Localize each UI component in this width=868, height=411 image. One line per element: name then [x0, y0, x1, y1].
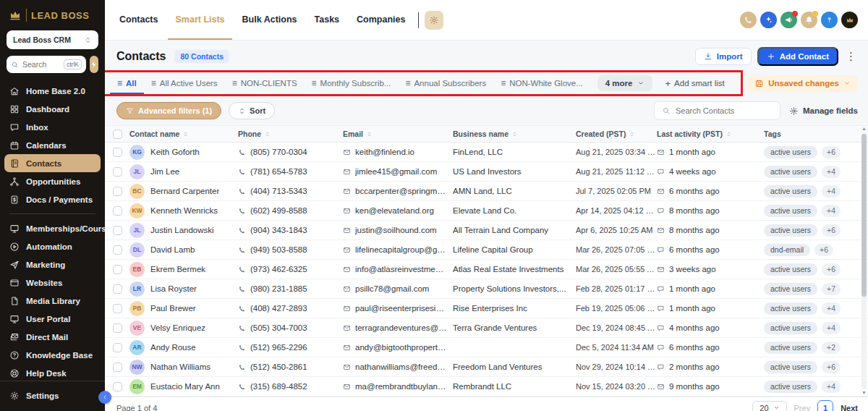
tag-more-badge[interactable]: +7	[822, 283, 841, 295]
current-page-button[interactable]: 1	[817, 400, 833, 411]
page-size-select[interactable]: 20	[752, 401, 786, 411]
table-row[interactable]: PBPaul Brewer(408) 427-2893paul@riseente…	[105, 299, 868, 318]
tag-more-badge[interactable]: +6	[822, 146, 841, 158]
sidebar-item-dashboard[interactable]: Dashboard	[0, 100, 105, 118]
more-smart-lists-button[interactable]: 4 more	[597, 75, 652, 91]
sidebar-item-home-base-2-0[interactable]: Home Base 2.0	[0, 82, 105, 100]
smart-list-tab-monthly-subscrib-[interactable]: ≡Monthly Subscrib...	[305, 72, 399, 94]
workspace-selector[interactable]: Lead Boss CRM	[7, 30, 98, 49]
table-row[interactable]: JLJustin Landowski(904) 343-1843justin@s…	[105, 221, 868, 240]
help-button[interactable]	[821, 12, 838, 28]
sidebar-item-memberships-courses[interactable]: Memberships/Courses	[0, 219, 105, 237]
scrollbar-thumb[interactable]	[861, 134, 867, 297]
contact-name[interactable]: Ekrem Bermek	[150, 265, 205, 274]
contact-name[interactable]: David Lamb	[150, 245, 195, 254]
sidebar-item-calendars[interactable]: Calendars	[0, 136, 105, 154]
search-contacts-input[interactable]	[676, 106, 773, 115]
tag-badge[interactable]: active users	[764, 146, 817, 158]
tab-smart-lists[interactable]: Smart Lists	[168, 0, 231, 40]
row-checkbox[interactable]	[113, 363, 122, 372]
tag-badge[interactable]: active users	[764, 263, 817, 276]
table-row[interactable]: LRLisa Royster(980) 231-1885psillc78@gma…	[105, 279, 868, 299]
tab-companies[interactable]: Companies	[349, 0, 412, 40]
tag-badge[interactable]: active users	[764, 166, 817, 178]
unsaved-changes-button[interactable]: Unsaved changes	[747, 75, 858, 92]
row-checkbox[interactable]	[113, 265, 122, 274]
row-checkbox[interactable]	[113, 323, 122, 333]
sidebar-item-help-desk[interactable]: Help Desk	[0, 364, 105, 381]
contact-name[interactable]: Eustacio Mary Ann	[150, 382, 220, 391]
tag-more-badge[interactable]: +4	[822, 205, 841, 217]
contacts-settings-button[interactable]	[425, 11, 443, 30]
tag-badge[interactable]: active users	[764, 302, 817, 315]
smart-list-tab-all[interactable]: ≡All	[110, 72, 144, 94]
tag-more-badge[interactable]: +4	[822, 166, 841, 178]
row-checkbox[interactable]	[113, 187, 122, 196]
tab-contacts[interactable]: Contacts	[112, 0, 165, 40]
sidebar-item-docs-payments[interactable]: Docs / Payments	[0, 190, 105, 208]
contact-name[interactable]: Nathan Williams	[150, 363, 210, 371]
sidebar-item-opportunities[interactable]: Opportunities	[0, 172, 105, 190]
tag-more-badge[interactable]: +6	[814, 244, 833, 256]
row-checkbox[interactable]	[113, 284, 122, 294]
smart-list-tab-non-clients[interactable]: ≡NON-CLIENTS	[225, 72, 305, 94]
tab-tasks[interactable]: Tasks	[307, 0, 347, 40]
sidebar-item-user-portal[interactable]: User Portal	[0, 310, 105, 328]
search-contacts-box[interactable]	[654, 101, 780, 120]
column-header-last-activity-pst-[interactable]: Last activity (PST)	[657, 130, 764, 138]
row-checkbox[interactable]	[113, 226, 122, 235]
sidebar-item-direct-mail[interactable]: Direct Mail	[0, 328, 105, 346]
row-checkbox[interactable]	[113, 304, 122, 313]
tag-badge[interactable]: dnd-email	[764, 244, 810, 256]
table-row[interactable]: BCBernard Carpenter(404) 713-5343bccarpe…	[105, 182, 868, 201]
table-scrollbar[interactable]: ▲ ▼	[861, 125, 867, 397]
tag-more-badge[interactable]: +4	[822, 381, 841, 393]
tag-more-badge[interactable]: +2	[822, 342, 841, 354]
sidebar-collapse-button[interactable]	[98, 391, 111, 404]
scroll-up-icon[interactable]: ▲	[861, 125, 867, 132]
avatar[interactable]	[841, 12, 858, 28]
select-all-checkbox[interactable]	[113, 130, 122, 139]
add-smart-list-button[interactable]: + Add smart list	[660, 78, 731, 89]
more-options-icon[interactable]: ⋮	[844, 50, 858, 63]
table-row[interactable]: DLDavid Lamb(949) 503-8588lifelinecapita…	[105, 240, 868, 260]
contact-name[interactable]: Bernard Carpenter	[150, 187, 219, 195]
column-header-phone[interactable]: Phone	[238, 130, 343, 138]
table-row[interactable]: KWKenneth Wenricks(602) 499-8588ken@elev…	[105, 201, 868, 221]
tag-badge[interactable]: active users	[764, 205, 817, 217]
sidebar-item-inbox[interactable]: Inbox	[0, 118, 105, 136]
tag-more-badge[interactable]: +4	[822, 302, 841, 315]
scroll-down-icon[interactable]: ▼	[861, 389, 867, 397]
row-checkbox[interactable]	[113, 343, 122, 352]
sidebar-search-input[interactable]	[22, 60, 60, 69]
advanced-filters-button[interactable]: Advanced filters (1)	[116, 102, 221, 119]
tag-more-badge[interactable]: +6	[822, 263, 841, 276]
tag-badge[interactable]: active users	[764, 342, 817, 354]
smart-list-tab-non-white-glove-[interactable]: ≡NON-White Glove...	[493, 72, 590, 94]
column-header-contact-name[interactable]: Contact name	[129, 130, 238, 138]
row-checkbox[interactable]	[113, 245, 122, 255]
sidebar-item-websites[interactable]: Websites	[0, 274, 105, 292]
sidebar-item-knowledge-base[interactable]: Knowledge Base	[0, 346, 105, 364]
contact-name[interactable]: Lisa Royster	[150, 284, 197, 293]
tag-badge[interactable]: active users	[764, 185, 817, 198]
column-header-email[interactable]: Email	[343, 130, 453, 138]
row-checkbox[interactable]	[113, 167, 122, 177]
contact-name[interactable]: Jim Lee	[150, 167, 179, 176]
tag-badge[interactable]: active users	[764, 224, 817, 237]
phone-button[interactable]	[740, 12, 757, 28]
sidebar-search[interactable]: ctrlK	[7, 56, 86, 73]
row-checkbox[interactable]	[113, 206, 122, 216]
contact-name[interactable]: Kenneth Wenricks	[150, 206, 218, 215]
manage-fields-button[interactable]: Manage fields	[789, 106, 858, 116]
contact-name[interactable]: Velsy Enriquez	[150, 323, 205, 332]
table-row[interactable]: JLJim Lee(781) 654-5783jimlee415@gmail.c…	[105, 162, 868, 182]
bell-button[interactable]	[801, 12, 817, 28]
import-button[interactable]: Import	[695, 48, 752, 65]
smart-list-tab-all-active-users[interactable]: ≡All Active Users	[144, 72, 225, 94]
smart-list-tab-annual-subscribers[interactable]: ≡Annual Subscribers	[398, 72, 493, 94]
contact-name[interactable]: Keith Goforth	[150, 148, 200, 156]
tag-badge[interactable]: active users	[764, 283, 817, 295]
contact-name[interactable]: Justin Landowski	[150, 226, 214, 234]
tag-more-badge[interactable]: +6	[822, 361, 841, 373]
